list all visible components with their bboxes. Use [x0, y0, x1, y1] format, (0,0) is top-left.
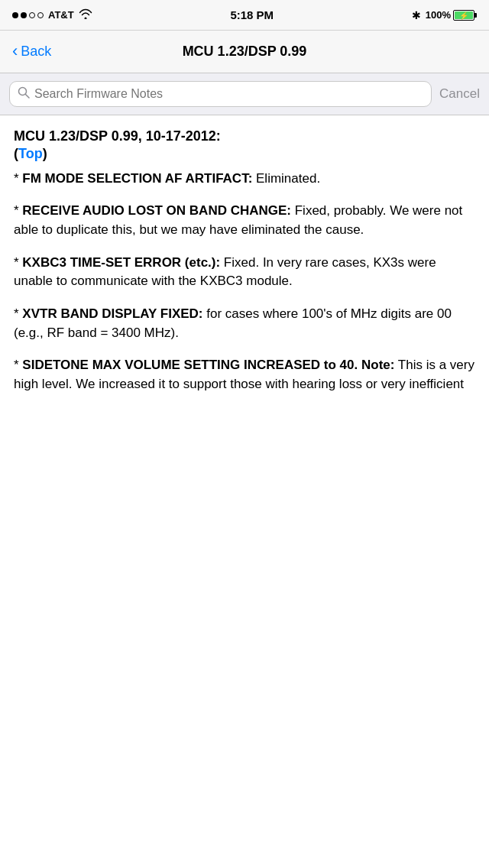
status-left: AT&T [12, 8, 92, 21]
signal-dot-4 [37, 12, 44, 18]
item-bold: KXBC3 TIME-SET ERROR (etc.): [22, 255, 220, 270]
item-prefix: * [14, 306, 22, 321]
list-item: * XVTR BAND DISPLAY FIXED: for cases whe… [14, 305, 475, 342]
signal-dot-2 [21, 12, 27, 18]
list-item: * FM MODE SELECTION AF ARTIFACT: Elimina… [14, 170, 475, 189]
signal-dot-3 [29, 12, 35, 18]
items-list: * FM MODE SELECTION AF ARTIFACT: Elimina… [14, 170, 475, 394]
search-field-container[interactable] [9, 81, 432, 107]
search-input[interactable] [34, 87, 423, 101]
battery: 100% ⚡ [426, 9, 477, 21]
item-prefix: * [14, 358, 22, 372]
section-title: MCU 1.23/DSP 0.99, 10-17-2012: (Top) [14, 128, 475, 164]
nav-bar: ‹ Back MCU 1.23/DSP 0.99 [0, 31, 489, 73]
battery-icon: ⚡ [453, 10, 477, 21]
nav-title: MCU 1.23/DSP 0.99 [73, 44, 416, 60]
status-bar: AT&T 5:18 PM ✱ 100% ⚡ [0, 0, 489, 31]
item-prefix: * [14, 203, 22, 218]
battery-percent: 100% [426, 9, 451, 21]
item-bold: XVTR BAND DISPLAY FIXED: [22, 306, 202, 321]
item-bold: SIDETONE MAX VOLUME SETTING INCREASED to… [22, 358, 394, 372]
back-label: Back [21, 44, 51, 60]
list-item: * KXBC3 TIME-SET ERROR (etc.): Fixed. In… [14, 254, 475, 291]
item-bold: RECEIVE AUDIO LOST ON BAND CHANGE: [22, 203, 291, 218]
item-bold: FM MODE SELECTION AF ARTIFACT: [22, 171, 252, 186]
top-link[interactable]: Top [18, 146, 43, 161]
bluetooth-icon: ✱ [412, 9, 421, 21]
cancel-button[interactable]: Cancel [439, 86, 480, 102]
status-time: 5:18 PM [230, 8, 274, 21]
content-area: MCU 1.23/DSP 0.99, 10-17-2012: (Top) * F… [0, 115, 489, 420]
back-button[interactable]: ‹ Back [12, 44, 73, 60]
signal-strength [12, 12, 44, 18]
item-prefix: * [14, 171, 22, 186]
back-chevron-icon: ‹ [12, 43, 18, 60]
search-icon [18, 86, 30, 102]
signal-dot-1 [12, 12, 18, 18]
section-title-text: MCU 1.23/DSP 0.99, 10-17-2012: [14, 128, 221, 144]
status-right: ✱ 100% ⚡ [412, 9, 477, 21]
item-prefix: * [14, 255, 22, 270]
wifi-icon [79, 8, 92, 21]
list-item: * SIDETONE MAX VOLUME SETTING INCREASED … [14, 356, 475, 394]
item-text: Eliminated. [252, 171, 320, 186]
list-item: * RECEIVE AUDIO LOST ON BAND CHANGE: Fix… [14, 202, 475, 239]
carrier-name: AT&T [48, 9, 74, 21]
svg-line-1 [26, 95, 30, 99]
search-bar: Cancel [0, 73, 489, 115]
